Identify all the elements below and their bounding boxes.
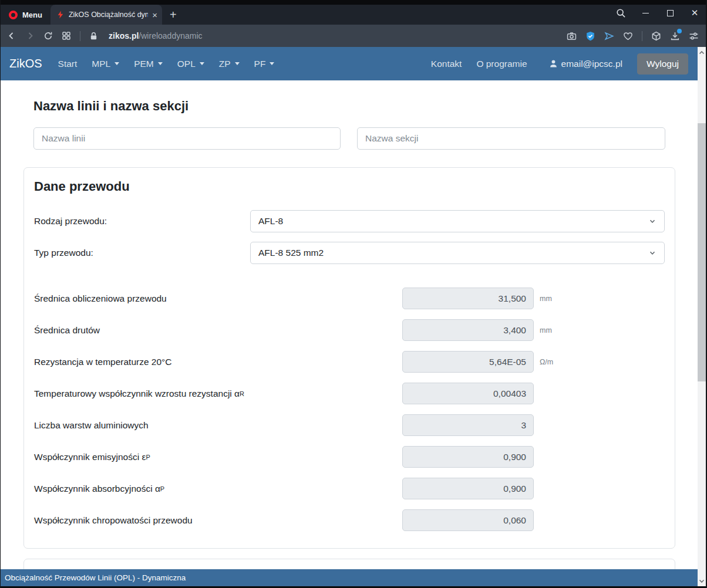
extensions-cube-icon[interactable]	[651, 31, 661, 41]
page-title: Nazwa linii i nazwa sekcji	[33, 99, 188, 114]
user-account[interactable]: email@ipcsc.pl	[549, 59, 622, 69]
select-value: AFL-8	[258, 216, 283, 227]
logout-button[interactable]: Wyloguj	[637, 53, 688, 75]
search-icon[interactable]	[608, 3, 633, 23]
wire-type-row: Typ przewodu: AFL-8 525 mm2	[34, 242, 665, 264]
new-tab-button[interactable]: +	[170, 8, 177, 22]
address-bar: zikos.pl/wireloaddynamic	[0, 25, 707, 47]
url-host: zikos.pl	[109, 31, 139, 40]
brand-logo[interactable]: ZikOS	[9, 57, 42, 70]
select-value: AFL-8 525 mm2	[258, 248, 324, 258]
tab-title: ZikOS Obciążalność dynami	[69, 11, 148, 19]
nav-item-label: Kontakt	[431, 59, 462, 69]
field-label: Współczynnik absorbcyjności αP	[34, 478, 164, 499]
diameter-value-field	[402, 288, 534, 309]
field-row-temp-coefficient: Temperaturowy współczynnik wzrostu rezys…	[34, 383, 665, 404]
divider	[642, 31, 642, 41]
field-row-aluminium-layers: Liczba warstw aluminiowych	[34, 414, 665, 436]
tab-close-icon[interactable]: ×	[152, 11, 157, 19]
status-bar: Obciążalność Przewodów Linii (OPL) - Dyn…	[0, 569, 698, 586]
field-label: Średnica obliczeniowa przewodu	[34, 288, 167, 309]
field-row-emissivity: Współczynnik emisyjności εP	[34, 446, 665, 468]
back-icon[interactable]	[7, 31, 16, 40]
minimize-button[interactable]	[633, 3, 658, 23]
window-top-edge	[0, 0, 707, 5]
my-flow-send-icon[interactable]	[604, 31, 614, 41]
caret-down-icon	[235, 62, 240, 65]
opera-logo-icon	[9, 11, 18, 19]
section-name-input[interactable]	[357, 127, 665, 150]
caret-down-icon	[270, 62, 274, 65]
browser-tab-active[interactable]: ZikOS Obciążalność dynami ×	[51, 5, 162, 25]
unit-label: Ω/m	[540, 351, 553, 373]
line-name-input[interactable]	[33, 127, 341, 150]
nav-right: Kontakt O programie email@ipcsc.pl Wylog…	[431, 53, 688, 75]
nav-item-label: PF	[254, 59, 266, 69]
page-content: Nazwa linii i nazwa sekcji Dane przewodu…	[0, 80, 698, 569]
adblock-shield-icon[interactable]	[585, 31, 595, 41]
field-row-resistance: Rezystancja w temperaturze 20°C Ω/m	[34, 351, 665, 373]
browser-window: Menu ZikOS Obciążalność dynami × + ✕	[0, 0, 707, 588]
field-label: Średnica drutów	[34, 319, 100, 341]
divider	[80, 31, 80, 41]
nav-item-mpl[interactable]: MPL	[92, 59, 119, 69]
bookmark-heart-icon[interactable]	[623, 31, 633, 41]
wire-type-select[interactable]: AFL-8 525 mm2	[250, 242, 665, 264]
lock-icon[interactable]	[89, 32, 98, 40]
page-scrollbar[interactable]	[698, 47, 706, 586]
speed-dial-grid-icon[interactable]	[62, 31, 71, 40]
user-email: email@ipcsc.pl	[561, 59, 622, 69]
nav-item-label: OPL	[177, 59, 196, 69]
absorptivity-value-field	[402, 478, 534, 499]
roughness-value-field	[402, 509, 534, 531]
field-label: Temperaturowy współczynnik wzrostu rezys…	[34, 383, 244, 404]
nav-item-o-programie[interactable]: O programie	[476, 59, 527, 69]
nav-item-label: O programie	[476, 59, 527, 69]
nav-item-label: Start	[58, 59, 78, 69]
field-label: Współczynnik chropowatości przewodu	[34, 509, 193, 531]
resistance-value-field	[402, 351, 534, 373]
status-text: Obciążalność Przewodów Linii (OPL) - Dyn…	[5, 573, 186, 582]
window-controls: ✕	[608, 3, 707, 23]
unit-label: mm	[540, 319, 552, 341]
snapshot-camera-icon[interactable]	[567, 31, 577, 41]
nav-links: Start MPL PEM OPL ZP PF	[58, 59, 275, 69]
unit-label: mm	[540, 288, 552, 309]
reload-icon[interactable]	[43, 31, 53, 40]
wire-kind-select[interactable]: AFL-8	[250, 210, 665, 232]
forward-icon[interactable]	[25, 31, 35, 40]
close-button[interactable]: ✕	[682, 3, 707, 23]
downloads-button[interactable]	[670, 31, 680, 41]
menu-label: Menu	[22, 11, 42, 19]
nav-item-zp[interactable]: ZP	[219, 59, 240, 69]
tab-bar: Menu ZikOS Obciążalność dynami × + ✕	[0, 5, 707, 25]
nav-item-opl[interactable]: OPL	[177, 59, 204, 69]
nav-item-pf[interactable]: PF	[254, 59, 275, 69]
card-title: Dane przewodu	[34, 179, 130, 194]
field-label: Typ przewodu:	[34, 242, 93, 264]
scroll-down-icon[interactable]	[698, 576, 706, 585]
wire-diameter-value-field	[402, 319, 534, 341]
maximize-button[interactable]	[658, 3, 682, 23]
person-icon	[549, 59, 558, 68]
site-navbar: ZikOS Start MPL PEM OPL ZP PF Kontakt O …	[0, 47, 698, 80]
nav-item-label: MPL	[92, 59, 110, 69]
nav-item-label: ZP	[219, 59, 231, 69]
field-label: Współczynnik emisyjności εP	[34, 446, 150, 468]
nav-item-pem[interactable]: PEM	[134, 59, 163, 69]
scrollbar-thumb[interactable]	[698, 123, 706, 381]
nav-item-start[interactable]: Start	[58, 59, 78, 69]
wire-kind-row: Rodzaj przewodu: AFL-8	[34, 210, 665, 232]
opera-menu-button[interactable]: Menu	[0, 5, 51, 25]
nav-item-kontakt[interactable]: Kontakt	[431, 59, 462, 69]
field-row-wire-diameter: Średnica drutów mm	[34, 319, 665, 341]
scroll-up-icon[interactable]	[698, 48, 706, 57]
chevron-down-icon	[648, 249, 656, 257]
wire-data-card: Dane przewodu Rodzaj przewodu: AFL-8 Typ…	[23, 167, 675, 549]
sidebar-tune-icon[interactable]	[689, 31, 699, 41]
download-badge-dot	[677, 29, 682, 33]
caret-down-icon	[115, 62, 119, 65]
caret-down-icon	[158, 62, 163, 65]
url-field[interactable]: zikos.pl/wireloaddynamic	[109, 31, 203, 40]
nav-item-label: PEM	[134, 59, 154, 69]
